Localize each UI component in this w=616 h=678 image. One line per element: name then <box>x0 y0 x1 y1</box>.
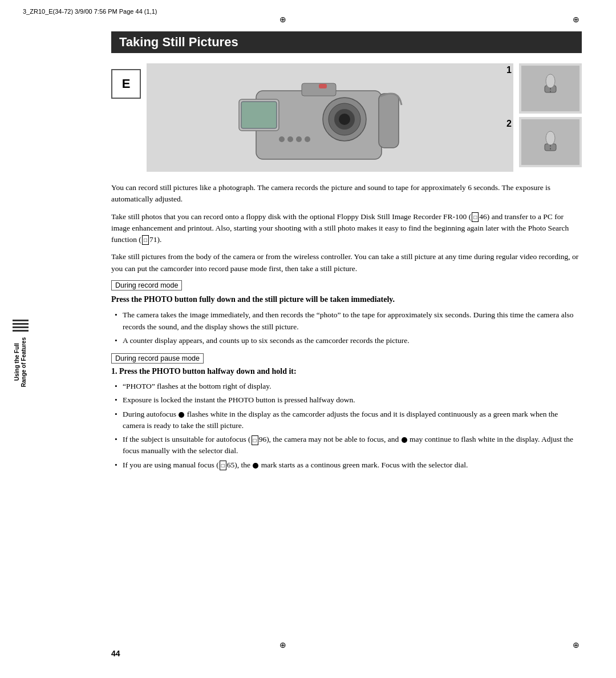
page-title: Taking Still Pictures <box>111 31 582 53</box>
step1-svg <box>528 68 573 108</box>
svg-point-9 <box>279 136 285 142</box>
bullet-item: During autofocus flashes white in the di… <box>123 409 582 432</box>
sidebar-lines <box>13 320 29 332</box>
crosshair-bl <box>279 640 289 649</box>
step2-svg <box>528 122 573 162</box>
sidebar-text: Using the FullRange of Features <box>14 337 27 387</box>
bullet-item: Exposure is locked the instant the PHOTO… <box>123 394 582 406</box>
svg-rect-5 <box>302 83 336 96</box>
sidebar-line <box>13 330 29 332</box>
crosshair-br <box>573 640 582 649</box>
svg-point-15 <box>546 74 555 88</box>
section2-bullets: “PHOTO” flashes at the bottom right of d… <box>111 381 582 471</box>
step2-container: 2 <box>519 117 582 167</box>
sidebar-line <box>13 326 29 328</box>
ref-box-96: □ <box>252 435 258 445</box>
svg-rect-7 <box>241 102 277 128</box>
crosshair-tr <box>573 15 582 24</box>
sidebar-line <box>13 323 29 325</box>
sidebar-line <box>13 320 29 321</box>
step1-container: 1 <box>519 63 582 114</box>
section1-label: During record mode <box>111 280 182 290</box>
top-meta: 3_ZR10_E(34-72) 3/9/00 7:56 PM Page 44 (… <box>23 8 157 15</box>
dot-symbol-2 <box>402 437 407 443</box>
section1: During record mode Press the PHOTO butto… <box>111 280 582 346</box>
bullet-item: “PHOTO” flashes at the bottom right of d… <box>123 381 582 392</box>
section2-numbered: 1. Press the PHOTO button halfway down a… <box>111 367 582 376</box>
step1-number: 1 <box>506 65 512 75</box>
section2: During record pause mode 1. Press the PH… <box>111 353 582 471</box>
step-illustrations: 1 2 <box>519 63 582 167</box>
body-para-3: Take still pictures from the body of the… <box>111 251 582 275</box>
ref-box-46: □ <box>472 212 479 222</box>
sidebar-label: Using the FullRange of Features <box>11 320 30 387</box>
svg-point-12 <box>305 136 310 142</box>
svg-rect-13 <box>319 84 327 88</box>
image-area: E <box>111 63 582 172</box>
section1-instruction: Press the PHOTO button fully down and th… <box>111 294 582 305</box>
e-box: E <box>111 69 141 99</box>
bullet-item: If the subject is unsuitable for autofoc… <box>123 434 582 457</box>
ref-box-71: □ <box>142 235 149 245</box>
svg-point-11 <box>296 136 302 142</box>
section2-label: During record pause mode <box>111 353 204 364</box>
body-para-1: You can record still pictures like a pho… <box>111 182 582 205</box>
step2-number: 2 <box>506 119 512 129</box>
crosshair-tl <box>279 15 289 24</box>
step1-inner <box>521 66 579 111</box>
svg-point-4 <box>339 114 350 125</box>
step2-inner <box>521 119 579 165</box>
svg-point-10 <box>287 136 293 142</box>
svg-point-18 <box>546 131 555 145</box>
dot-symbol-3 <box>253 463 258 469</box>
page-container: 3_ZR10_E(34-72) 3/9/00 7:56 PM Page 44 (… <box>0 0 616 678</box>
main-content: Taking Still Pictures E <box>111 31 582 478</box>
page-number: 44 <box>111 649 120 658</box>
bullet-item: If you are using manual focus (□65), the… <box>123 459 582 471</box>
camera-illustration <box>147 63 513 172</box>
bullet-item: The camera takes the image immediately, … <box>123 309 582 333</box>
camera-svg <box>233 65 427 171</box>
step2-box <box>519 117 582 167</box>
dot-symbol <box>179 412 184 418</box>
section1-bullets: The camera takes the image immediately, … <box>111 309 582 346</box>
step1-box <box>519 63 582 114</box>
svg-rect-8 <box>379 94 399 148</box>
body-para-2: Take still photos that you can record on… <box>111 211 582 246</box>
bullet-item: A counter display appears, and counts up… <box>123 335 582 346</box>
ref-box-65: □ <box>220 461 226 470</box>
